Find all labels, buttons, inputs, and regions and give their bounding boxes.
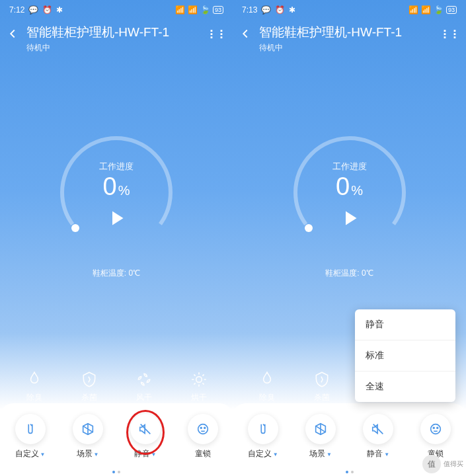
wechat-icon: 💬 [261,5,271,15]
popup-mute[interactable]: 静音 [355,309,455,340]
status-bar: 7:13 💬 ⏰ ✱ 📶 📶 🍃 93 [233,0,466,20]
mode-deodorize[interactable]: 除臭 [258,371,276,403]
svg-point-1 [71,224,79,232]
bt-icon: ✱ [56,5,63,15]
progress-label: 工作进度 [332,161,367,173]
mode-airdry[interactable]: 风干 [136,371,153,403]
mode-sterilize[interactable]: 杀菌 [81,371,98,403]
cabinet-temp: 鞋柜温度: 0℃ [0,268,233,279]
childlock-button[interactable]: 童锁 [188,414,218,459]
signal-icon: 📶 [188,5,198,15]
battery-icon: 93 [446,6,457,14]
status-bar: 7:12 💬 ⏰ ✱ 📶 📶 🍃 93 [0,0,233,20]
clock: 7:12 [9,5,24,15]
childlock-button[interactable]: 童锁 [420,414,451,459]
svg-point-2 [196,377,202,383]
popup-standard[interactable]: 标准 [355,340,455,371]
cabinet-temp: 鞋柜温度: 0℃ [233,268,466,279]
progress-gauge: 工作进度 0% [284,126,416,258]
custom-button[interactable]: 自定义▼ [15,414,46,459]
svg-point-11 [437,427,438,428]
leaf-icon: 🍃 [200,5,210,15]
mute-button[interactable]: 静音▼ [130,414,161,459]
device-status: 待机中 [26,42,209,54]
popup-full[interactable]: 全速 [355,371,455,402]
wechat-icon: 💬 [28,5,38,15]
mode-row: 除臭 杀菌 风干 烘干 [0,371,233,403]
progress-label: 工作进度 [99,161,134,173]
mode-sterilize[interactable]: 杀菌 [313,371,330,403]
speed-popup: 静音 标准 全速 [355,309,455,402]
more-button[interactable]: ⠇⠇ [209,24,225,42]
battery-icon: 93 [213,6,223,14]
svg-point-7 [305,224,313,232]
progress-gauge: 工作进度 0% [50,126,182,258]
device-status: 待机中 [259,42,442,54]
scene-button[interactable]: 场景▼ [305,414,336,459]
watermark: 值 值得买 [422,455,463,473]
wifi-icon: 📶 [408,5,418,15]
leaf-icon: 🍃 [434,5,444,15]
app-header: 智能鞋柜护理机-HW-FT-1 待机中 ⠇⠇ [0,20,233,54]
back-button[interactable] [5,24,26,44]
mute-button[interactable]: 静音▼ [363,414,393,459]
mode-heatdry[interactable]: 烘干 [190,371,208,403]
signal-icon: 📶 [421,5,431,15]
back-button[interactable] [238,24,259,44]
svg-point-5 [204,427,205,428]
wifi-icon: 📶 [175,5,185,15]
mode-deodorize[interactable]: 除臭 [26,371,43,403]
watermark-icon: 值 [422,455,441,473]
alarm-icon: ⏰ [275,5,285,15]
bottom-bar: 自定义▼ 场景▼ 静音▼ 童锁 [0,403,233,476]
svg-point-10 [434,427,435,428]
more-button[interactable]: ⠇⠇ [442,24,458,42]
app-header: 智能鞋柜护理机-HW-FT-1 待机中 ⠇⠇ [233,20,466,54]
page-title: 智能鞋柜护理机-HW-FT-1 [26,24,209,41]
clock: 7:13 [242,5,257,15]
alarm-icon: ⏰ [42,5,52,15]
bt-icon: ✱ [289,5,295,15]
svg-point-9 [431,424,441,434]
svg-point-3 [198,424,208,434]
svg-point-4 [200,427,202,428]
scene-button[interactable]: 场景▼ [73,414,103,459]
page-title: 智能鞋柜护理机-HW-FT-1 [259,24,442,41]
custom-button[interactable]: 自定义▼ [248,414,278,459]
